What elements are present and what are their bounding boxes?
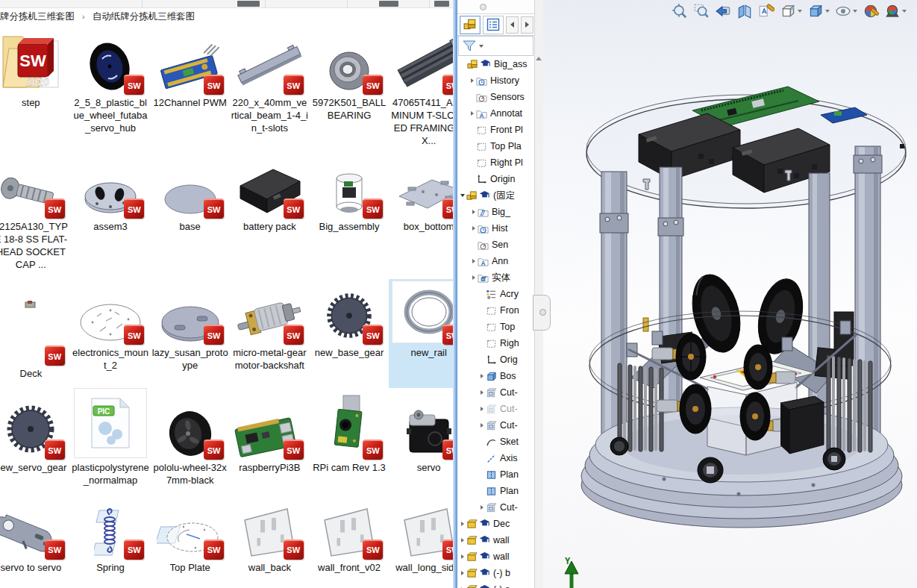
tree-item-sketch[interactable]: Sket (457, 434, 534, 450)
file-item[interactable]: SW electronics_mount_2 (71, 279, 151, 388)
file-item[interactable]: SW Deck (0, 279, 71, 388)
expand-arrow-icon[interactable] (459, 554, 466, 559)
next-pane-button[interactable] (521, 16, 533, 34)
tree-item-plane[interactable]: Plan (457, 466, 534, 483)
file-item-step[interactable]: SW 2020 step (0, 25, 71, 163)
file-item[interactable]: SW 220_x_40mm_vertical_beam_1-4_in_t-slo… (230, 25, 310, 163)
tree-item-deck-part[interactable]: Dec (457, 516, 534, 532)
tree-item-underdefined-part[interactable]: (-) s (457, 581, 534, 588)
file-item[interactable]: SW raspberryPi3B (230, 388, 310, 504)
file-item[interactable]: SW assem3 (71, 163, 151, 279)
file-item[interactable]: SW Top Plate (150, 504, 230, 573)
tab-property-manager[interactable] (483, 16, 504, 34)
tree-item-wall-part[interactable]: wall (457, 532, 534, 548)
tree-item-top-plane[interactable]: Top Pla (457, 138, 534, 154)
expand-arrow-icon[interactable] (459, 571, 466, 575)
expand-arrow-icon[interactable] (478, 407, 486, 411)
expand-arrow-icon[interactable] (470, 210, 478, 214)
display-pane-flyout-handle[interactable] (533, 295, 551, 331)
tree-item-front-plane[interactable]: Fron (457, 302, 534, 319)
file-item[interactable]: SW wall_back (230, 504, 310, 573)
expand-arrow-icon[interactable] (459, 522, 466, 526)
expand-arrow-icon[interactable] (470, 275, 478, 280)
tree-item-origin[interactable]: Origin (457, 171, 534, 187)
tree-item-solid-bodies[interactable]: 实体 (457, 269, 534, 286)
tree-item-plane[interactable]: Plan (457, 483, 534, 499)
tree-item-attachments[interactable]: Big_ (457, 204, 534, 220)
file-item[interactable]: SW base (150, 163, 230, 279)
tree-item-cut-extrude[interactable]: Cut- (457, 384, 534, 401)
tree-item-cut-extrude[interactable]: Cut- (457, 499, 534, 516)
tree-item-annotations[interactable]: AAnn (457, 253, 534, 269)
file-item[interactable]: PIC plasticpolystyrene_normalmap (71, 388, 151, 504)
file-item[interactable]: SW new_servo_gear (0, 388, 71, 504)
file-item[interactable]: SW Spring (71, 504, 151, 573)
expand-arrow-icon[interactable] (478, 374, 486, 378)
expand-arrow-icon[interactable] (470, 259, 478, 263)
expand-arrow-icon[interactable] (478, 390, 486, 395)
panel-splitter-bar[interactable] (457, 0, 534, 14)
file-item[interactable]: SW new_base_gear (310, 279, 389, 388)
tree-item-top-plane[interactable]: Top (457, 319, 534, 335)
tree-item-fixed-subassembly[interactable]: (固定 (457, 187, 534, 204)
tree-scrollbar[interactable] (534, 0, 543, 588)
file-item[interactable]: SW servo to servo (0, 504, 71, 573)
tree-item-origin[interactable]: Orig (457, 351, 534, 368)
history-folder-icon (478, 223, 489, 234)
breadcrumb-parent-folder[interactable]: 牌分拣机三维套图 (0, 10, 75, 23)
tree-item-axis[interactable]: Axis (457, 450, 534, 466)
file-item-selected[interactable]: SW new_rail (389, 279, 457, 388)
tree-item-wall-part[interactable]: wall (457, 548, 534, 565)
tab-featuremanager-tree[interactable] (460, 16, 481, 34)
file-item[interactable]: SW wall_long_sid... (389, 504, 457, 573)
file-item[interactable]: SW RPi cam Rev 1.3 (310, 388, 389, 504)
solidworks-badge-icon: SW (284, 198, 304, 219)
scroll-up-arrow-icon[interactable] (536, 57, 542, 60)
svg-text:SW: SW (20, 51, 47, 70)
tree-item-right-plane[interactable]: Righ (457, 335, 534, 351)
file-item[interactable]: SW wall_front_v02 (310, 504, 389, 573)
expand-arrow-icon[interactable] (470, 226, 478, 231)
material-icon (486, 289, 497, 300)
file-item[interactable]: SW Big_assembly (310, 163, 389, 279)
file-item[interactable]: SW 47065T411_ALUMINUM T-SLOTTED FRAMING … (389, 25, 457, 163)
solidworks-badge-icon: SW (284, 325, 304, 345)
tree-item-cut-extrude[interactable]: Cut- (457, 417, 534, 434)
expand-arrow-icon[interactable] (469, 78, 476, 83)
3d-viewport[interactable]: Y (542, 0, 917, 588)
tree-filter[interactable] (458, 36, 533, 56)
tree-item-root-assembly[interactable]: Big_ass (457, 56, 534, 72)
breadcrumb-current-folder[interactable]: 自动纸牌分拣机三维套图 (93, 10, 195, 23)
file-item[interactable]: SW battery pack (230, 163, 310, 279)
tree-item-sensors[interactable]: Sen (457, 237, 534, 253)
file-item[interactable]: SW 5972K501_BALL BEARING (310, 25, 389, 163)
file-item[interactable]: SW 92125A130_TYPE 18-8 SS FLAT-HEAD SOCK… (0, 163, 71, 279)
tree-item-right-plane[interactable]: Right Pl (457, 154, 534, 171)
file-item[interactable]: SW micro-metal-gearmotor-backshaft (230, 279, 310, 388)
file-item[interactable]: SW 12Channel PWM (150, 25, 230, 163)
tree-item-annotations[interactable]: AAnnotat (457, 105, 534, 122)
collapse-arrow-icon[interactable] (459, 194, 466, 197)
file-item[interactable]: SW pololu-wheel-32x7mm-black (150, 388, 230, 504)
tree-item-boss-extrude[interactable]: Bos (457, 368, 534, 384)
file-item[interactable]: SW box_bottom (389, 163, 457, 279)
tree-item-history[interactable]: History (457, 72, 534, 89)
previous-pane-button[interactable] (506, 16, 519, 34)
expand-arrow-icon[interactable] (469, 111, 476, 116)
sketch-icon (486, 437, 497, 448)
expand-arrow-icon[interactable] (478, 505, 486, 510)
filter-dropdown-caret-icon[interactable] (479, 45, 483, 48)
file-item[interactable]: SW servo (389, 388, 457, 504)
screen: { "icons": {"sw_badge": "SW", "sw_year":… (0, 0, 917, 588)
tree-item-material[interactable]: Acry (457, 286, 534, 302)
tree-item-history[interactable]: Hist (457, 220, 534, 237)
expand-arrow-icon[interactable] (459, 538, 466, 542)
file-item[interactable]: SW 2_5_8_plastic_blue_wheel_futaba_servo… (71, 25, 151, 163)
tree-item-cut-extrude-suppressed[interactable]: Cut- (457, 401, 534, 417)
tree-item-front-plane[interactable]: Front Pl (457, 122, 534, 138)
tree-item-underdefined-part[interactable]: (-) b (457, 565, 534, 581)
file-item[interactable]: SW lazy_susan_protoype (150, 279, 230, 388)
tree-item-sensors[interactable]: Sensors (457, 89, 534, 105)
expand-arrow-icon[interactable] (478, 423, 486, 428)
axis-icon (486, 453, 497, 464)
